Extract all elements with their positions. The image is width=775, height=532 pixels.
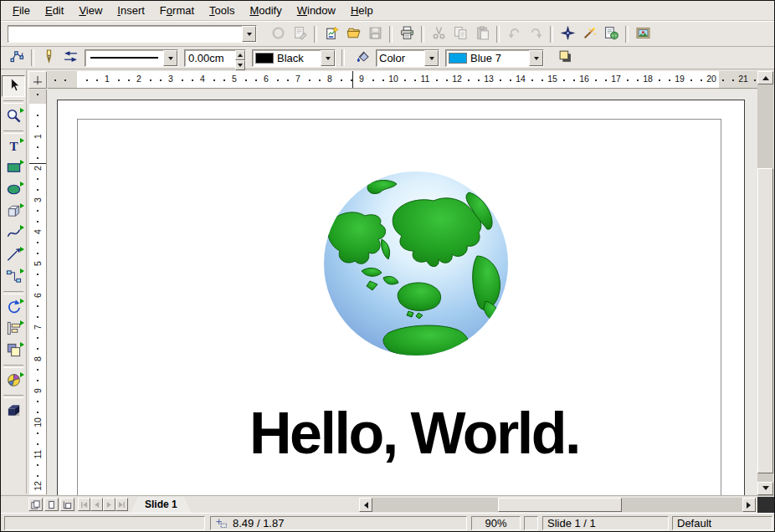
line-color-dropdown-button[interactable] [321,50,335,66]
load-url-dropdown-button[interactable] [242,26,256,42]
ruler-tick [573,79,575,81]
ruler-number: 21 [738,74,748,84]
ruler-number: 7 [295,74,300,84]
chevron-down-icon [326,57,331,63]
menu-file[interactable]: File [5,2,38,19]
autopilot-button[interactable] [578,23,600,45]
status-position-panel[interactable]: 8.49 / 1.87 [210,516,467,530]
menu-tools[interactable]: Tools [202,2,242,19]
layer-view-button[interactable] [60,498,74,511]
ruler-tick [595,79,597,81]
line-style-dropdown-button[interactable] [163,50,177,66]
menu-window[interactable]: Window [290,2,343,19]
align-icon [6,320,22,339]
tool-arrange[interactable] [3,341,24,361]
ruler-number: 9 [33,388,43,393]
arrow-style-button[interactable] [59,47,81,69]
ruler-tick [37,412,38,413]
submenu-arrow-icon [20,372,24,377]
tool-text[interactable]: T [3,137,24,157]
line-pen-button[interactable] [38,47,59,69]
tool-select[interactable] [2,75,25,97]
tool-curve[interactable] [3,224,24,244]
load-url-input[interactable] [8,27,242,41]
fill-style-select[interactable]: Color [376,49,439,67]
chevron-down-icon [429,57,434,63]
line-style-select[interactable] [85,49,178,67]
tool-alignment[interactable] [3,320,24,340]
ruler-number: 15 [547,74,557,84]
ruler-number: 2 [136,74,141,84]
ruler-origin-icon [33,75,43,85]
status-empty-panel [4,516,205,530]
tool-connector[interactable] [3,268,24,288]
scroll-up-button[interactable] [757,71,773,84]
web-export-button[interactable] [600,23,622,45]
ruler-number: 7 [33,325,43,330]
edit-points-button[interactable] [6,47,28,69]
submenu-arrow-icon [20,269,24,274]
ruler-number: 11 [33,449,43,458]
menu-edit[interactable]: Edit [38,2,71,19]
function-bar [1,21,774,47]
menu-view[interactable]: View [71,2,110,19]
scroll-right-button[interactable] [742,498,756,512]
spin-up-button[interactable] [235,50,245,60]
scroll-left-button[interactable] [359,498,372,512]
tool-lines-arrows[interactable] [3,246,24,266]
tool-3d-controller[interactable] [3,402,24,422]
shadow-button[interactable] [554,47,576,69]
slide-title-text[interactable]: Hello, World. [243,404,586,463]
tool-3d-objects[interactable] [3,202,24,223]
print-button[interactable] [396,23,418,45]
fill-color-select[interactable]: Blue 7 [445,49,544,67]
scroll-down-button[interactable] [757,482,773,495]
new-document-button[interactable] [321,23,342,45]
fill-button[interactable] [351,47,372,69]
ruler-number: 8 [327,74,332,84]
gallery-button[interactable] [632,23,654,45]
ruler-number: 20 [706,74,716,84]
master-view-button[interactable] [44,498,59,511]
first-icon [80,501,88,509]
vertical-scroll-thumb[interactable] [757,168,773,473]
ruler-tick [531,79,533,81]
ruler-tick [37,305,38,307]
spin-down-button[interactable] [235,60,245,70]
ruler-tick [319,79,321,81]
fill-style-dropdown-button[interactable] [424,50,439,66]
shadow-icon [558,49,572,66]
ruler-tick [277,79,279,81]
tool-ellipse[interactable] [3,181,24,201]
fill-color-dropdown-button[interactable] [529,50,543,66]
horizontal-scroll-thumb[interactable] [498,498,622,512]
ruler-tick [37,178,38,180]
status-modified-panel [524,516,538,530]
ruler-tick [659,79,660,81]
ruler-number: 18 [643,74,653,84]
workspace-canvas[interactable]: Hello, World. [48,90,757,495]
vertical-scrollbar[interactable] [757,71,773,495]
status-zoom-panel[interactable]: 90% [471,516,521,530]
status-page-style-panel[interactable]: Default [672,516,772,530]
tool-rectangle[interactable] [3,159,24,179]
line-width-spinner[interactable]: 0.00cm [184,49,246,67]
menu-help[interactable]: Help [343,2,381,19]
ruler-origin-button[interactable] [28,71,47,89]
tool-rotate[interactable] [3,298,24,318]
slide-tab[interactable]: Slide 1 [131,497,192,513]
status-slide-panel[interactable]: Slide 1 / 1 [542,516,669,530]
menu-insert[interactable]: Insert [110,2,152,19]
navigator-button[interactable] [557,23,578,45]
gallery-icon [636,26,650,43]
line-color-select[interactable]: Black [252,49,336,67]
horizontal-scrollbar[interactable] [372,498,742,512]
open-button[interactable] [342,23,364,45]
slide-view-button[interactable] [28,498,43,511]
paint-can-icon [355,49,369,66]
globe-image[interactable] [321,169,511,358]
tool-zoom[interactable] [3,107,24,127]
menu-format[interactable]: Format [152,2,202,19]
menu-modify[interactable]: Modify [242,2,289,19]
tool-insert[interactable] [3,371,24,391]
